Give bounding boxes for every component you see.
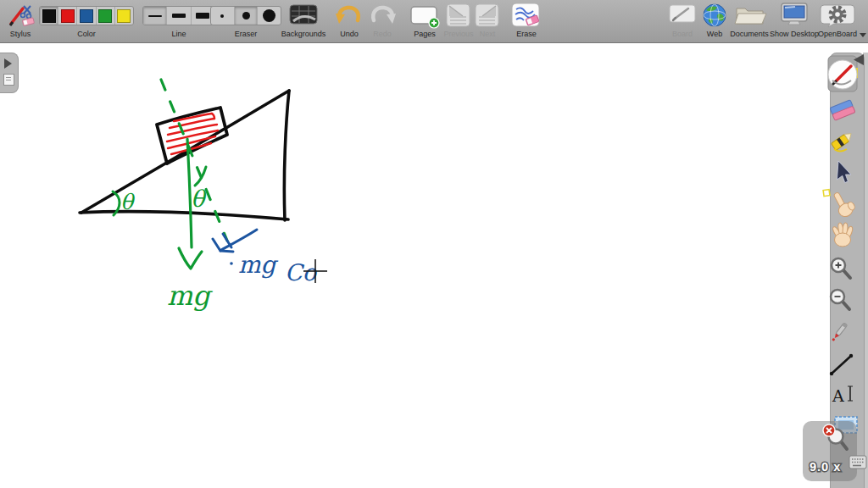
blue-swatch xyxy=(80,9,93,23)
show-desktop-button[interactable]: Show Desktop xyxy=(770,0,819,42)
line-label: Line xyxy=(171,30,186,38)
show-desktop-label: Show Desktop xyxy=(770,30,819,38)
angle-arc-right xyxy=(195,167,206,186)
backgrounds-icon xyxy=(288,3,319,26)
eraser-group: Eraser xyxy=(210,0,281,42)
line-thin-button[interactable] xyxy=(143,7,167,25)
openboard-menu-button[interactable]: OpenBoard xyxy=(815,0,860,42)
erase-icon xyxy=(509,3,543,28)
backgrounds-label: Backgrounds xyxy=(281,30,326,38)
backgrounds-button[interactable]: Backgrounds xyxy=(280,0,327,42)
web-label: Web xyxy=(707,30,722,38)
color-swatch-blue[interactable] xyxy=(77,7,96,25)
line-medium-button[interactable] xyxy=(167,7,191,25)
theta-left-label: θ xyxy=(120,190,136,214)
erase-label: Erase xyxy=(516,30,537,38)
redo-button[interactable]: Redo xyxy=(367,0,398,42)
next-page-button[interactable]: Next xyxy=(473,0,502,42)
cos-partial-label-blue: Co xyxy=(285,259,318,286)
undo-label: Undo xyxy=(340,30,359,38)
documents-label: Documents xyxy=(730,30,769,38)
documents-folder-icon xyxy=(730,3,769,26)
incline-hypotenuse xyxy=(81,91,289,213)
incline-base xyxy=(80,212,288,219)
red-swatch xyxy=(61,9,75,23)
undo-icon xyxy=(335,3,364,28)
eraser-large-button[interactable] xyxy=(258,7,281,25)
eraser-label: Eraser xyxy=(235,30,258,38)
color-group: Color xyxy=(39,0,134,42)
eraser-medium-button[interactable] xyxy=(235,7,259,25)
undo-button[interactable]: Undo xyxy=(334,0,364,42)
mg-vector-arrowhead xyxy=(179,248,202,269)
whiteboard-canvas[interactable]: θ θ mg mg Co xyxy=(0,0,868,488)
openboard-gear-icon xyxy=(815,3,860,28)
black-swatch xyxy=(42,9,56,23)
mg-label-green: mg xyxy=(167,280,213,312)
color-swatch-yellow[interactable] xyxy=(115,7,133,25)
pages-label: Pages xyxy=(414,30,436,38)
board-label: Board xyxy=(672,30,693,38)
documents-mode-button[interactable]: Documents xyxy=(729,0,770,42)
openboard-label: OpenBoard xyxy=(818,30,857,38)
redo-label: Redo xyxy=(373,30,392,38)
blue-ink-dot xyxy=(230,262,233,265)
block-outline xyxy=(157,108,227,164)
mg-vector-shaft xyxy=(187,139,192,247)
show-desktop-monitor-icon xyxy=(771,3,817,26)
tool-sidebar xyxy=(830,53,865,488)
stylus-icon xyxy=(5,3,36,28)
page-thumbnail-icon xyxy=(3,74,14,86)
web-mode-button[interactable]: Web xyxy=(700,0,729,42)
color-swatch-red[interactable] xyxy=(58,7,77,25)
previous-page-icon xyxy=(444,3,473,28)
color-swatch-black[interactable] xyxy=(40,7,58,25)
previous-page-button[interactable]: Previous xyxy=(442,0,475,42)
incline-right-side xyxy=(284,91,289,220)
next-page-icon xyxy=(473,3,502,28)
yellow-swatch xyxy=(117,9,131,23)
line-group: Line xyxy=(142,0,215,42)
mg-label-blue: mg xyxy=(238,251,279,279)
expand-right-icon xyxy=(4,58,12,69)
spark-icon xyxy=(823,190,830,197)
green-swatch xyxy=(98,9,112,23)
next-page-label: Next xyxy=(480,30,496,38)
dashed-vertical-construction-line xyxy=(161,80,227,241)
library-expander-tab[interactable] xyxy=(0,53,19,93)
block-hatching xyxy=(167,114,218,154)
angle-arc-left xyxy=(113,191,120,215)
erase-annotations-button[interactable]: Erase xyxy=(509,0,544,42)
pages-icon xyxy=(408,3,442,30)
color-swatch-green[interactable] xyxy=(97,7,115,25)
component-arrow-blue xyxy=(213,230,257,252)
eraser-small-button[interactable] xyxy=(211,7,235,25)
theta-right-label: θ xyxy=(191,186,207,212)
incline-plane-drawing xyxy=(80,80,289,269)
board-icon xyxy=(666,3,698,26)
board-mode-button[interactable]: Board xyxy=(665,0,699,42)
color-label: Color xyxy=(77,30,96,38)
stylus-label: Stylus xyxy=(10,30,31,38)
openboard-dropdown-arrow-icon xyxy=(860,33,866,37)
web-globe-icon xyxy=(700,3,729,28)
crosshair-cursor xyxy=(303,259,327,283)
main-toolbar: Stylus Color Line xyxy=(0,0,868,43)
pages-button[interactable]: Pages xyxy=(407,0,442,42)
stylus-tool-button[interactable]: Stylus xyxy=(3,0,37,42)
previous-page-label: Previous xyxy=(443,30,473,38)
redo-icon xyxy=(368,3,397,28)
